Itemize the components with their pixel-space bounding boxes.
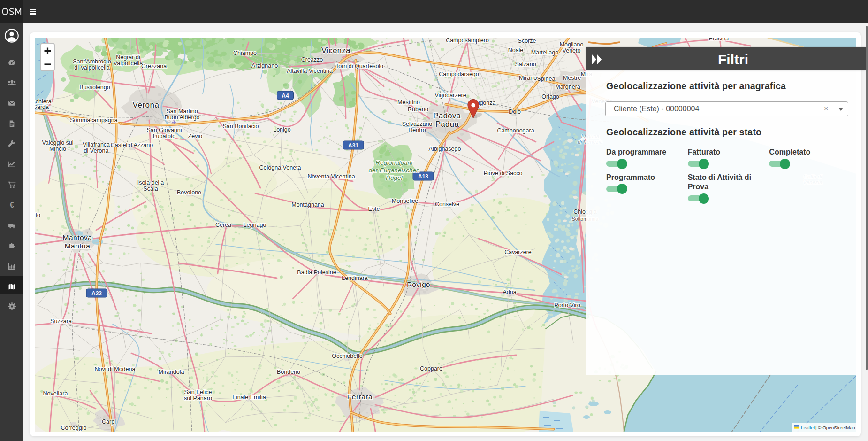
- svg-text:Sommacampagna: Sommacampagna: [70, 117, 117, 124]
- svg-text:Este: Este: [368, 206, 380, 212]
- svg-text:Arzignano: Arzignano: [251, 62, 278, 69]
- svg-text:Vicenza: Vicenza: [321, 46, 350, 54]
- svg-text:Creazzo: Creazzo: [301, 56, 323, 63]
- svg-text:Novellara: Novellara: [43, 390, 68, 397]
- svg-text:Zevio: Zevio: [188, 133, 203, 139]
- svg-text:Dentro: Dentro: [408, 127, 426, 133]
- svg-text:Castel d’Azzano: Castel d’Azzano: [111, 142, 153, 148]
- svg-text:Mestre: Mestre: [563, 75, 581, 81]
- svg-text:Hügel: Hügel: [386, 174, 403, 181]
- svg-text:Oriago: Oriago: [541, 93, 559, 100]
- svg-text:A31: A31: [348, 142, 358, 149]
- svg-text:Badia Polesine: Badia Polesine: [297, 269, 336, 276]
- svg-text:San Felice: San Felice: [184, 389, 212, 395]
- svg-text:di Verona: di Verona: [84, 147, 109, 154]
- svg-text:Copparo: Copparo: [420, 365, 442, 372]
- svg-text:Mestrino: Mestrino: [397, 99, 420, 106]
- svg-text:Regionalpark: Regionalpark: [375, 159, 413, 166]
- svg-text:Isola della: Isola della: [137, 179, 164, 186]
- svg-text:€: €: [10, 201, 14, 209]
- svg-text:Carpi: Carpi: [102, 418, 116, 425]
- svg-text:Lonigo: Lonigo: [273, 126, 291, 133]
- svg-text:Torri di Quartesolo: Torri di Quartesolo: [335, 63, 383, 70]
- svg-text:Lendinara: Lendinara: [342, 275, 368, 281]
- svg-text:Chiampo: Chiampo: [233, 50, 257, 56]
- svg-text:Vigodarzere: Vigodarzere: [434, 92, 466, 99]
- svg-text:Scorzè: Scorzè: [518, 38, 536, 44]
- svg-text:Cavarzere: Cavarzere: [504, 249, 532, 255]
- svg-text:Mincio: Mincio: [49, 146, 66, 152]
- svg-text:sul Panaro: sul Panaro: [184, 395, 212, 402]
- svg-text:Altavilla Vicentina: Altavilla Vicentina: [287, 68, 333, 74]
- svg-text:Conselve: Conselve: [435, 201, 459, 208]
- svg-text:Occhiobello: Occhiobello: [332, 353, 362, 359]
- svg-text:Cologna Veneta: Cologna Veneta: [259, 164, 301, 171]
- svg-text:Mirano: Mirano: [519, 75, 537, 81]
- svg-text:A22: A22: [91, 290, 102, 297]
- svg-text:✈: ✈: [172, 119, 177, 126]
- svg-text:Albignasego: Albignasego: [429, 146, 461, 152]
- svg-text:Buon Albergo: Buon Albergo: [164, 114, 199, 121]
- svg-text:San Bonifacio: San Bonifacio: [222, 123, 259, 130]
- svg-text:Bovolone: Bovolone: [177, 189, 201, 196]
- svg-text:Legnago: Legnago: [244, 222, 266, 228]
- svg-text:Padua: Padua: [435, 120, 459, 128]
- svg-text:Mirandola: Mirandola: [159, 369, 184, 375]
- svg-text:Noventa Vicentina: Noventa Vicentina: [307, 173, 355, 180]
- svg-text:Montagnana: Montagnana: [291, 201, 324, 208]
- svg-text:Finale Emilia: Finale Emilia: [232, 394, 266, 401]
- svg-text:Bondeno: Bondeno: [277, 369, 300, 375]
- svg-text:Selvazzano: Selvazzano: [402, 121, 433, 127]
- svg-text:Adria: Adria: [503, 289, 516, 295]
- svg-text:Valpolicella: Valpolicella: [114, 60, 143, 67]
- svg-text:Rubano: Rubano: [408, 106, 428, 113]
- svg-text:Mantua: Mantua: [65, 242, 91, 250]
- svg-text:Valeggio sul: Valeggio sul: [42, 139, 73, 146]
- svg-text:Campodarsego: Campodarsego: [439, 71, 479, 77]
- svg-text:A4: A4: [282, 93, 289, 99]
- svg-text:der Euganeischen: der Euganeischen: [369, 167, 420, 174]
- svg-text:Suzzara: Suzzara: [50, 318, 72, 325]
- svg-text:Leaflet: Leaflet: [801, 425, 815, 430]
- svg-text:San Giovanni: San Giovanni: [146, 127, 182, 133]
- svg-text:Piove di Sacco: Piove di Sacco: [484, 170, 523, 177]
- svg-text:San Martino: San Martino: [166, 108, 198, 115]
- svg-text:Verona: Verona: [133, 101, 160, 109]
- svg-text:Mantova: Mantova: [63, 233, 92, 241]
- svg-text:Padova: Padova: [434, 111, 461, 120]
- svg-text:Rovigo: Rovigo: [407, 280, 430, 288]
- svg-text:Noale: Noale: [508, 47, 524, 54]
- svg-text:| © OpenStreetMap: | © OpenStreetMap: [815, 425, 855, 430]
- svg-text:Grezzana: Grezzana: [141, 63, 167, 70]
- svg-text:Spinea: Spinea: [537, 76, 556, 82]
- svg-text:Correggio: Correggio: [61, 425, 87, 431]
- svg-text:Lupatoto: Lupatoto: [153, 133, 176, 139]
- svg-text:Porto Viro: Porto Viro: [554, 302, 580, 309]
- svg-text:Mogliano: Mogliano: [560, 41, 584, 48]
- svg-text:Villafranca: Villafranca: [83, 141, 110, 148]
- svg-text:Negrar di: Negrar di: [116, 54, 140, 61]
- svg-text:Sant'Ambrogio: Sant'Ambrogio: [73, 58, 111, 65]
- svg-text:Eraclea: Eraclea: [709, 38, 729, 42]
- svg-text:A13: A13: [418, 173, 428, 180]
- svg-text:oito: oito: [35, 212, 40, 218]
- svg-text:Cerea: Cerea: [215, 222, 231, 228]
- svg-text:Ferrara: Ferrara: [347, 393, 373, 401]
- svg-text:el Garda: el Garda: [35, 104, 49, 110]
- svg-text:Monselice: Monselice: [392, 198, 418, 204]
- svg-text:Veneto: Veneto: [563, 47, 581, 54]
- svg-text:Scala: Scala: [143, 186, 158, 192]
- svg-text:Camponogara: Camponogara: [497, 127, 534, 134]
- svg-text:Dolo: Dolo: [509, 108, 521, 115]
- svg-text:Bussolengo: Bussolengo: [79, 84, 110, 91]
- svg-text:Salzano: Salzano: [515, 61, 536, 68]
- svg-text:Novi di Modena: Novi di Modena: [95, 366, 136, 372]
- svg-text:Marghera: Marghera: [555, 84, 580, 90]
- svg-text:Martellago: Martellago: [531, 49, 558, 56]
- svg-text:Camposampiero: Camposampiero: [446, 38, 489, 44]
- svg-text:di Valpolicella: di Valpolicella: [74, 64, 110, 71]
